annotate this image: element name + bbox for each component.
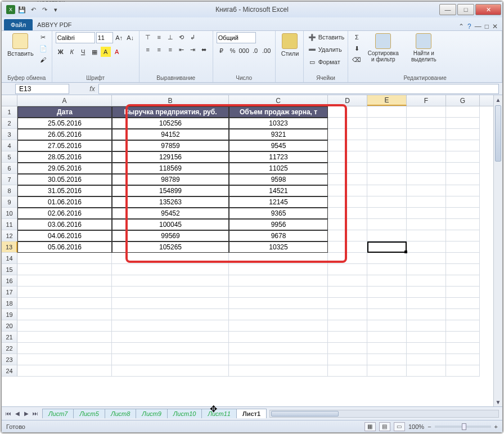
vertical-scrollbar[interactable]: ▲ ▼ (493, 95, 502, 406)
cell[interactable] (328, 253, 367, 264)
cell[interactable] (112, 298, 229, 309)
orientation-icon[interactable]: ⟲ (177, 32, 187, 42)
cell[interactable]: 12145 (229, 196, 328, 208)
cell[interactable] (328, 106, 367, 118)
autosum-icon[interactable]: Σ (352, 32, 362, 42)
cell[interactable] (367, 163, 407, 174)
fx-icon[interactable]: fx (86, 85, 98, 93)
cell[interactable] (328, 219, 367, 230)
cell[interactable] (446, 298, 480, 309)
currency-icon[interactable]: ₽ (217, 46, 227, 56)
cell[interactable] (446, 332, 480, 343)
cell[interactable] (407, 230, 446, 241)
minimize-button[interactable]: — (439, 4, 456, 15)
cell[interactable] (328, 241, 367, 253)
cell[interactable] (328, 320, 367, 332)
cell[interactable] (407, 320, 446, 332)
doc-close-icon[interactable]: ✕ (492, 23, 498, 30)
qat-more-icon[interactable]: ▾ (51, 5, 60, 14)
cell[interactable] (17, 264, 112, 275)
row-header[interactable]: 19 (2, 309, 17, 320)
column-header-D[interactable]: D (328, 95, 367, 106)
cell[interactable] (407, 196, 446, 208)
cell[interactable] (328, 129, 367, 140)
cell[interactable] (367, 208, 407, 219)
cell[interactable] (367, 185, 407, 196)
row-header[interactable]: 7 (2, 174, 17, 185)
cell[interactable] (112, 343, 229, 354)
cell[interactable] (367, 118, 407, 129)
cell[interactable] (328, 118, 367, 129)
cell[interactable] (17, 287, 112, 298)
paste-button[interactable]: Вставить (5, 32, 36, 58)
cell[interactable]: Объем продаж зерна, т (229, 106, 328, 118)
column-header-B[interactable]: B (112, 95, 229, 106)
zoom-knob[interactable] (462, 423, 466, 430)
sheet-tab[interactable]: Лист7 (42, 409, 74, 418)
cell[interactable]: 10325 (229, 241, 328, 253)
cell[interactable]: 11723 (229, 151, 328, 163)
cell[interactable] (17, 332, 112, 343)
row-header[interactable]: 5 (2, 151, 17, 163)
cell[interactable] (229, 365, 328, 377)
cell[interactable] (407, 264, 446, 275)
cell[interactable] (367, 354, 407, 365)
tab-nav-first-icon[interactable]: ⏮ (4, 410, 13, 417)
cell[interactable] (446, 287, 480, 298)
row-header[interactable]: 9 (2, 196, 17, 208)
cell[interactable]: 02.06.2016 (17, 208, 112, 219)
increase-decimal-icon[interactable]: .0 (250, 46, 260, 56)
zoom-level[interactable]: 100% (408, 423, 424, 430)
cell[interactable]: 9321 (229, 129, 328, 140)
cell[interactable] (328, 196, 367, 208)
name-box[interactable]: E13 (15, 84, 69, 94)
sheet-tab[interactable]: Лист1 (236, 409, 267, 418)
cell[interactable] (367, 129, 407, 140)
row-header[interactable]: 22 (2, 343, 17, 354)
clear-icon[interactable]: ⌫ (352, 55, 362, 65)
bold-icon[interactable]: Ж (56, 47, 66, 57)
insert-cells-icon[interactable]: ➕ (307, 32, 317, 42)
cell[interactable]: 14521 (229, 185, 328, 196)
row-header[interactable]: 1 (2, 106, 17, 118)
cell[interactable] (112, 287, 229, 298)
cell[interactable] (112, 354, 229, 365)
sheet-tab[interactable]: Лист10 (167, 409, 202, 418)
cell[interactable]: 100045 (112, 219, 229, 230)
cell[interactable] (367, 365, 407, 377)
row-header[interactable]: 24 (2, 365, 17, 377)
cell[interactable] (367, 219, 407, 230)
cell[interactable] (407, 253, 446, 264)
sheet-tab[interactable]: Лист9 (136, 409, 167, 418)
cell[interactable] (367, 343, 407, 354)
cell[interactable] (328, 163, 367, 174)
zoom-out-icon[interactable]: − (428, 423, 431, 430)
cell[interactable]: 129156 (112, 151, 229, 163)
cell[interactable] (446, 196, 480, 208)
cell[interactable] (229, 354, 328, 365)
cell[interactable] (328, 343, 367, 354)
cell[interactable]: 9365 (229, 208, 328, 219)
cell[interactable] (367, 320, 407, 332)
cell[interactable] (328, 174, 367, 185)
cell[interactable] (17, 253, 112, 264)
font-name-select[interactable] (56, 32, 95, 43)
row-header[interactable]: 6 (2, 163, 17, 174)
cell[interactable]: 04.06.2016 (17, 230, 112, 241)
format-cells-label[interactable]: Формат (318, 59, 340, 65)
cell[interactable] (229, 309, 328, 320)
align-right-icon[interactable]: ≡ (165, 44, 176, 55)
cell[interactable] (328, 298, 367, 309)
cell[interactable]: 01.06.2016 (17, 196, 112, 208)
cut-icon[interactable]: ✂ (38, 32, 48, 42)
cell[interactable] (407, 185, 446, 196)
cell[interactable]: 9956 (229, 219, 328, 230)
cell[interactable] (112, 275, 229, 287)
sort-filter-button[interactable]: Сортировка и фильтр (364, 32, 402, 64)
cell[interactable]: 135263 (112, 196, 229, 208)
sheet-tab[interactable]: Лист5 (73, 409, 105, 418)
maximize-button[interactable]: □ (457, 4, 474, 15)
cell[interactable] (446, 118, 480, 129)
cell[interactable] (407, 298, 446, 309)
row-header[interactable]: 13 (2, 241, 17, 253)
